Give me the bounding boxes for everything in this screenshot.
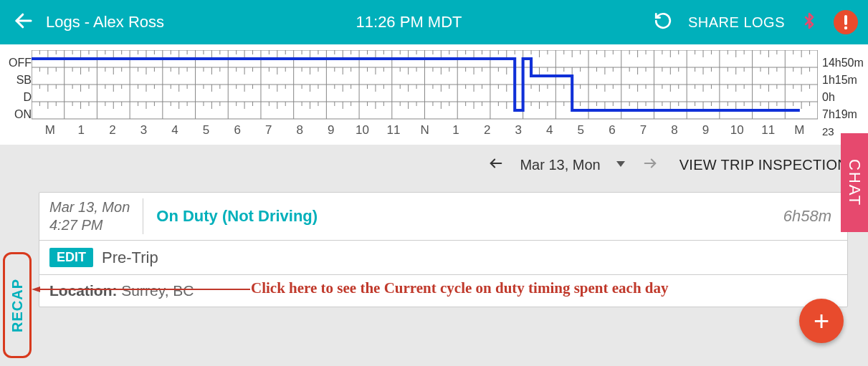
entry-status: On Duty (Not Driving) (156, 207, 318, 226)
dur-off: 14h50m (822, 54, 864, 72)
x-tick: 2 (97, 123, 128, 138)
next-day-button[interactable] (641, 155, 659, 174)
prev-day-button[interactable] (487, 155, 505, 174)
svg-marker-321 (616, 161, 625, 167)
dur-on: 7h19m (822, 106, 864, 123)
trip-type-label: Pre-Trip (102, 249, 158, 267)
date-dropdown-button[interactable] (615, 158, 626, 171)
arrow-left-icon (487, 155, 505, 171)
plus-icon: + (814, 307, 829, 334)
x-tick: 9 (315, 123, 347, 138)
svg-point-2 (844, 27, 847, 29)
dur-sb: 1h15m (822, 72, 864, 89)
entry-location-row: Location: Surrey, BC (39, 275, 847, 307)
y-label-on: ON (4, 106, 32, 123)
x-tick: 6 (596, 123, 628, 138)
x-tick: 6 (221, 123, 253, 138)
current-date-label[interactable]: Mar 13, Mon (520, 157, 600, 173)
x-tick: 1 (440, 123, 472, 138)
x-tick: 3 (128, 123, 160, 138)
x-tick: 4 (534, 123, 566, 138)
add-log-fab[interactable]: + (799, 299, 844, 343)
y-label-sb: SB (4, 72, 32, 89)
arrow-right-icon (641, 155, 659, 171)
chat-tab[interactable]: CHAT (841, 133, 868, 232)
log-entry-card: Mar 13, Mon 4:27 PM On Duty (Not Driving… (39, 192, 848, 307)
x-tick: 8 (285, 123, 316, 138)
back-button[interactable] (13, 10, 42, 34)
dur-d: 0h (822, 89, 864, 106)
x-tick: 3 (502, 123, 534, 138)
x-tick: 5 (566, 123, 597, 138)
x-tick: 9 (690, 123, 722, 138)
location-value: Surrey, BC (121, 282, 194, 299)
bluetooth-button[interactable] (801, 11, 818, 34)
x-tick: 7 (628, 123, 659, 138)
refresh-button[interactable] (654, 11, 672, 33)
x-tick: 7 (253, 123, 285, 138)
duty-status-chart: OFF SB D ON M1234567891011N1234567891011… (0, 44, 868, 145)
x-tick: M (34, 123, 66, 138)
location-label: Location: (49, 282, 118, 299)
alert-badge[interactable] (834, 10, 858, 34)
x-tick: N (409, 123, 441, 138)
view-trip-inspection-button[interactable]: VIEW TRIP INSPECTION (679, 157, 848, 173)
arrow-left-icon (13, 10, 34, 32)
chart-x-axis: M1234567891011N1234567891011M (32, 123, 818, 142)
x-tick: 5 (191, 123, 222, 138)
x-tick: 10 (347, 123, 378, 138)
recap-tab[interactable]: RECAP (3, 252, 32, 358)
exclamation-icon (844, 14, 848, 30)
x-tick: 11 (753, 123, 784, 138)
date-nav-bar: Mar 13, Mon VIEW TRIP INSPECTION (0, 145, 868, 185)
chart-svg[interactable] (32, 50, 818, 122)
x-tick: 11 (378, 123, 409, 138)
clock-display: 11:26 PM MDT (164, 13, 654, 32)
bluetooth-icon (801, 11, 818, 31)
y-label-off: OFF (4, 54, 32, 72)
edit-button[interactable]: EDIT (49, 248, 93, 267)
svg-rect-1 (844, 15, 847, 25)
entry-duration: 6h58m (783, 207, 831, 226)
chart-y-axis: OFF SB D ON (4, 50, 32, 142)
refresh-icon (654, 11, 672, 30)
x-tick: 1 (66, 123, 97, 138)
chart-right-labels: 14h50m 1h15m 0h 7h19m 23 (818, 50, 864, 142)
app-header: Logs - Alex Ross 11:26 PM MDT SHARE LOGS (0, 0, 868, 44)
x-tick: 8 (659, 123, 690, 138)
entry-timestamp: Mar 13, Mon 4:27 PM (49, 198, 143, 234)
page-title: Logs - Alex Ross (46, 13, 164, 32)
x-tick: 4 (159, 123, 191, 138)
x-tick: M (784, 123, 816, 138)
x-tick: 10 (721, 123, 753, 138)
y-label-d: D (4, 89, 32, 106)
share-logs-button[interactable]: SHARE LOGS (688, 14, 785, 31)
x-tick: 2 (472, 123, 503, 138)
chevron-down-icon (615, 160, 626, 168)
